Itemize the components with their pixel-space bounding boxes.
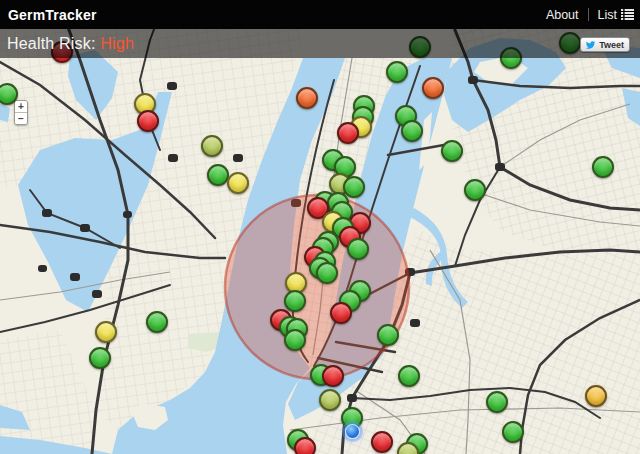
risk-marker-green[interactable] [464, 179, 486, 201]
tweet-button[interactable]: Tweet [580, 37, 630, 52]
risk-marker-red[interactable] [337, 122, 359, 144]
twitter-bird-icon [585, 40, 596, 50]
top-bar: GermTracker About List [0, 0, 640, 29]
risk-marker-green[interactable] [441, 140, 463, 162]
user-location-dot[interactable] [345, 424, 360, 439]
risk-marker-green[interactable] [316, 262, 338, 284]
health-risk-bar: Health Risk: High [0, 29, 640, 58]
risk-marker-green[interactable] [502, 421, 524, 443]
risk-marker-green[interactable] [486, 391, 508, 413]
risk-marker-yellow[interactable] [227, 172, 249, 194]
health-risk-value: High [100, 35, 134, 52]
risk-marker-green[interactable] [592, 156, 614, 178]
nav-about-link[interactable]: About [546, 8, 579, 22]
health-risk-label: Health Risk: [7, 35, 96, 52]
risk-marker-green[interactable] [398, 365, 420, 387]
risk-marker-amber[interactable] [585, 385, 607, 407]
risk-marker-olive[interactable] [201, 135, 223, 157]
list-icon [621, 9, 634, 20]
germtracker-app: Health Risk: High GermTracker About List [0, 0, 640, 454]
risk-marker-yellow[interactable] [95, 321, 117, 343]
nav-about-label: About [546, 8, 579, 22]
zoom-in-button[interactable]: + [15, 101, 27, 113]
app-title: GermTracker [8, 7, 97, 23]
risk-marker-red[interactable] [371, 431, 393, 453]
nav-list-label: List [598, 8, 617, 22]
risk-marker-green[interactable] [284, 329, 306, 351]
risk-marker-green[interactable] [343, 176, 365, 198]
nav-list-link[interactable]: List [598, 8, 634, 22]
nav-divider [588, 8, 589, 21]
risk-marker-red[interactable] [322, 365, 344, 387]
risk-marker-olive[interactable] [319, 389, 341, 411]
risk-marker-green[interactable] [207, 164, 229, 186]
risk-marker-green[interactable] [347, 238, 369, 260]
risk-marker-green[interactable] [146, 311, 168, 333]
risk-marker-green[interactable] [401, 120, 423, 142]
risk-marker-green[interactable] [89, 347, 111, 369]
zoom-control: + − [14, 100, 28, 125]
risk-marker-green[interactable] [284, 290, 306, 312]
risk-marker-red[interactable] [137, 110, 159, 132]
risk-marker-orange[interactable] [422, 77, 444, 99]
risk-marker-green[interactable] [377, 324, 399, 346]
top-nav: About List [546, 0, 634, 29]
risk-marker-red[interactable] [294, 437, 316, 454]
risk-circle [225, 195, 409, 379]
tweet-label: Tweet [599, 40, 624, 50]
risk-marker-green[interactable] [386, 61, 408, 83]
risk-marker-orange[interactable] [296, 87, 318, 109]
zoom-out-button[interactable]: − [15, 113, 27, 124]
health-risk-text: Health Risk: High [7, 35, 134, 53]
risk-marker-red[interactable] [330, 302, 352, 324]
